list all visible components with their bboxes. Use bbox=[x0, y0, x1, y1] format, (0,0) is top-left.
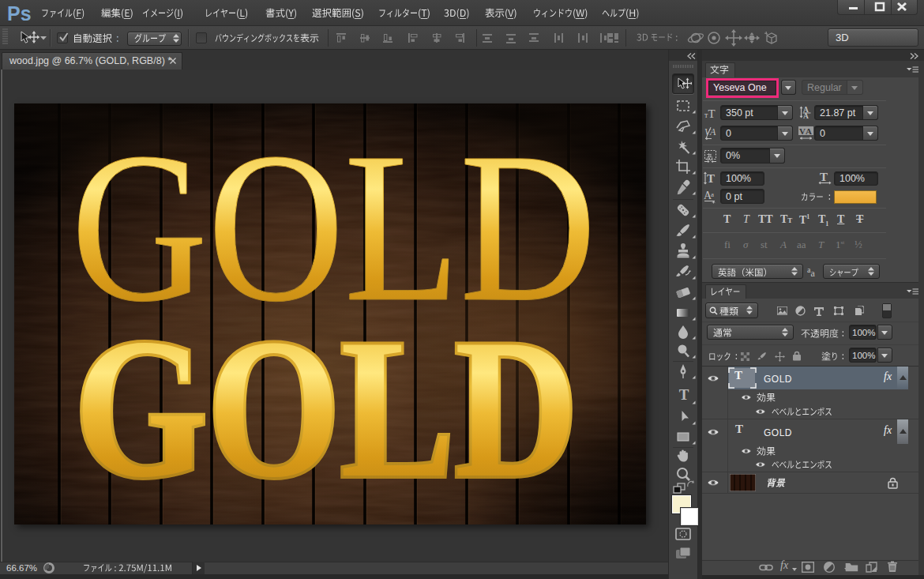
svg-text:GOLD: GOLD bbox=[74, 298, 578, 519]
svg-text:V: V bbox=[799, 126, 806, 136]
svg-text:T: T bbox=[820, 171, 828, 183]
svg-text:T: T bbox=[707, 172, 715, 185]
svg-text:A: A bbox=[806, 126, 812, 136]
svg-text:a: a bbox=[711, 190, 714, 198]
